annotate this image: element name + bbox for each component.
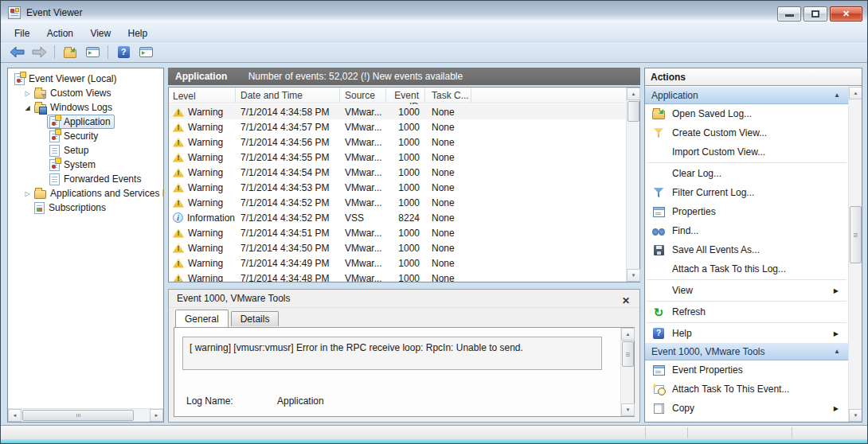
tree-item-applications-and-services-logs[interactable]: ▷ Applications and Services Lo [8,186,163,201]
menu-file[interactable]: File [7,25,37,42]
action-view-submenu[interactable]: View ▶ [645,281,848,300]
submenu-arrow-icon: ▶ [834,287,839,294]
tree-item-subscriptions[interactable]: Subscriptions [8,201,163,215]
console-tree-toolbar-button[interactable] [83,45,102,60]
event-row[interactable]: !Warning 7/1/2014 4:34:56 PM VMwar... 10… [169,134,626,150]
tree-item-forwarded-events[interactable]: Forwarded Events [8,172,163,186]
scroll-up-icon[interactable]: ▲ [621,328,635,341]
menu-view[interactable]: View [83,25,118,42]
forward-button[interactable] [29,45,49,60]
close-icon: ✕ [831,7,862,21]
column-header-event-id[interactable]: Event ID [386,88,425,103]
action-filter-current-log[interactable]: Filter Current Log... [645,183,848,202]
tab-general[interactable]: General [175,310,229,327]
events-vscroll-thumb[interactable] [628,101,639,122]
event-row[interactable]: !Warning 7/1/2014 4:34:49 PM VMwar... 10… [169,255,626,271]
toolbar-separator [108,45,108,59]
tree-item-custom-views[interactable]: ▷ Custom Views [8,86,163,100]
warning-icon: ! [173,123,184,132]
scroll-up-icon[interactable]: ▲ [627,88,640,100]
event-row[interactable]: !Warning 7/1/2014 4:34:58 PM VMwar... 10… [169,104,626,119]
column-header-task-category[interactable]: Task C... [425,88,471,103]
menu-help[interactable]: Help [121,25,155,42]
tree-item-setup[interactable]: Setup [8,143,163,158]
help-icon: ? [653,328,664,339]
action-refresh[interactable]: ↻ Refresh [645,302,848,321]
action-help-submenu[interactable]: ? Help ▶ [645,324,848,343]
close-button[interactable]: ✕ [830,6,862,21]
action-clear-log[interactable]: Clear Log... [645,164,848,183]
menu-action[interactable]: Action [40,25,80,42]
window-bottom-edge [1,439,867,444]
expander-expanded-icon[interactable]: ◢ [23,104,32,111]
detail-vscrollbar[interactable]: ▲ ▼ [620,328,634,416]
event-row[interactable]: !Warning 7/1/2014 4:34:52 PM VMwar... 10… [169,195,626,210]
column-header-date-time[interactable]: Date and Time [236,88,340,103]
detail-vscroll-thumb[interactable] [622,341,634,367]
event-row[interactable]: !Warning 7/1/2014 4:34:51 PM VMwar... 10… [169,225,626,240]
action-open-saved-log[interactable]: Open Saved Log... [645,104,848,123]
column-header-level[interactable]: Level [169,88,236,103]
events-vscrollbar[interactable]: ▲ ▼ [626,88,639,282]
action-pane-toolbar-button[interactable] [136,45,155,60]
collapse-section-icon[interactable]: ▲ [834,87,840,104]
forward-arrow-icon [32,46,47,58]
expander-collapsed-icon[interactable]: ▷ [23,190,32,197]
help-toolbar-button[interactable]: ? [114,45,133,60]
event-row[interactable]: !Warning 7/1/2014 4:34:55 PM VMwar... 10… [169,150,626,165]
event-row[interactable]: iInformation 7/1/2014 4:34:52 PM VSS 822… [169,210,626,225]
action-event-properties[interactable]: Event Properties [645,360,848,380]
event-row[interactable]: !Warning 7/1/2014 4:34:57 PM VMwar... 10… [169,119,626,134]
action-attach-task-to-log[interactable]: Attach a Task To this Log... [645,259,848,278]
action-create-custom-view[interactable]: Create Custom View... [645,123,848,142]
action-find[interactable]: Find... [645,221,848,240]
event-row[interactable]: !Warning 7/1/2014 4:34:48 PM VMwar... 10… [169,271,626,282]
open-saved-log-toolbar-button[interactable] [61,45,80,60]
detail-close-icon[interactable]: ✕ [620,292,632,305]
tree-item-security[interactable]: Security [8,129,163,143]
scroll-down-icon[interactable]: ▼ [621,403,635,416]
actions-section-event[interactable]: Event 1000, VMware Tools ▲ [645,343,848,360]
actions-separator [647,162,846,163]
column-header-source[interactable]: Source [340,88,386,103]
tree-item-application[interactable]: Application [8,115,163,129]
maximize-button[interactable] [803,6,827,21]
actions-vscrollbar[interactable]: ▲ ▼ [848,87,862,422]
event-row[interactable]: !Warning 7/1/2014 4:34:53 PM VMwar... 10… [169,180,626,195]
scroll-down-icon[interactable]: ▼ [849,409,862,422]
back-button[interactable] [7,45,26,60]
event-row[interactable]: !Warning 7/1/2014 4:34:54 PM VMwar... 10… [169,165,626,180]
scroll-up-icon[interactable]: ▲ [849,87,862,99]
scroll-left-icon[interactable]: ◄ [8,409,22,422]
titlebar: Event Viewer ✕ [1,1,867,25]
action-save-all-events-as[interactable]: Save All Events As... [645,240,848,259]
scroll-down-icon[interactable]: ▼ [627,269,640,282]
action-import-custom-view[interactable]: Import Custom View... [645,142,848,162]
actions-separator [647,279,846,280]
tab-details[interactable]: Details [231,311,280,326]
actions-section-application[interactable]: Application ▲ [645,87,848,104]
menubar: File Action View Help [1,25,867,42]
events-list-header: Application Number of events: 52,022 (!)… [168,68,640,85]
expander-collapsed-icon[interactable]: ▷ [23,90,32,97]
toolbar: ? [1,42,867,63]
action-copy-submenu[interactable]: Copy ▶ [645,399,848,418]
collapse-section-icon[interactable]: ▲ [834,343,840,360]
tree-hscroll-thumb[interactable] [22,410,134,421]
tree-item-windows-logs[interactable]: ◢ Windows Logs [8,100,163,115]
tree-item-system[interactable]: System [8,158,163,172]
setup-log-icon [49,145,60,157]
actions-vscroll-thumb[interactable] [850,206,862,263]
create-view-funnel-icon [654,128,664,138]
action-attach-task-to-event[interactable]: Attach Task To This Event... [645,380,848,399]
event-row[interactable]: !Warning 7/1/2014 4:34:50 PM VMwar... 10… [169,240,626,255]
submenu-arrow-icon: ▶ [834,405,839,412]
scroll-right-icon[interactable]: ► [150,409,163,422]
help-icon: ? [118,46,130,58]
tree-item-event-viewer-local[interactable]: Event Viewer (Local) [8,72,163,86]
warning-icon: ! [173,138,184,147]
windows-logs-folder-icon [34,104,46,113]
minimize-button[interactable] [777,6,801,21]
action-properties[interactable]: Properties [645,202,848,221]
tree-hscrollbar[interactable]: ◄ ► [8,408,163,422]
